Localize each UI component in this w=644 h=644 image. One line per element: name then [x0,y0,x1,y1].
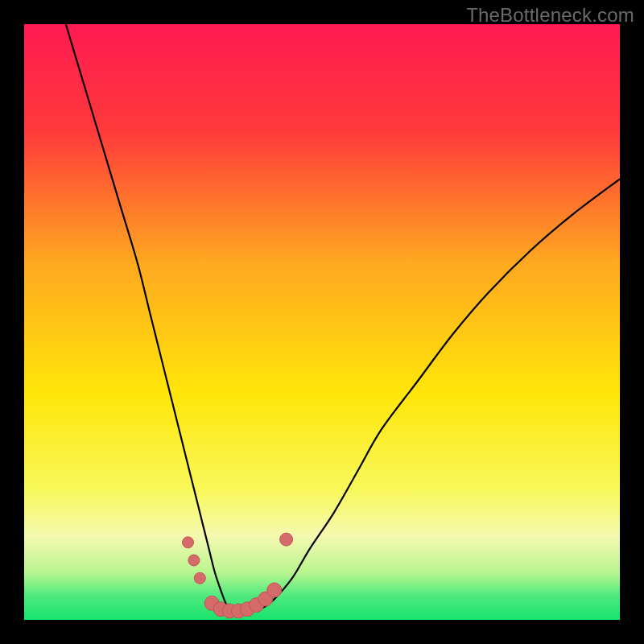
marker-point [194,572,205,584]
chart-frame: TheBottleneck.com [0,0,644,644]
marker-point [183,537,194,548]
marker-point [188,555,200,566]
bottleneck-chart [0,0,644,644]
marker-point [280,533,293,546]
watermark-text: TheBottleneck.com [466,4,634,27]
marker-point [267,583,282,597]
